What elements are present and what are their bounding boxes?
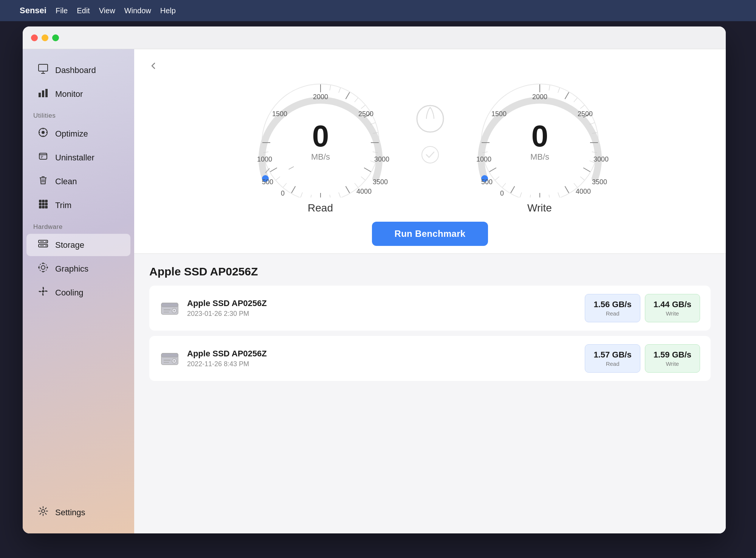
svg-point-155 bbox=[174, 360, 175, 362]
svg-rect-23 bbox=[39, 203, 42, 205]
fan-icon bbox=[37, 286, 49, 299]
optimize-icon bbox=[37, 127, 49, 140]
svg-point-39 bbox=[38, 267, 40, 268]
gauge-connector-icon bbox=[415, 104, 445, 134]
history-item: Apple SSD AP0256Z 2022-11-26 8:43 PM 1.5… bbox=[149, 336, 711, 381]
svg-text:3500: 3500 bbox=[372, 178, 387, 186]
back-button[interactable] bbox=[149, 61, 158, 73]
maximize-button[interactable] bbox=[52, 34, 59, 41]
sidebar-storage-label: Storage bbox=[55, 240, 84, 250]
sidebar-item-uninstaller[interactable]: Uninstaller bbox=[26, 146, 130, 169]
sidebar-bottom: Settings bbox=[23, 500, 134, 524]
drive-icon-2 bbox=[160, 349, 180, 368]
svg-text:1500: 1500 bbox=[491, 110, 506, 118]
svg-text:4000: 4000 bbox=[356, 188, 371, 195]
drive-info: Apple SSD AP0256Z 2023-01-26 2:30 PM bbox=[187, 298, 577, 318]
svg-text:1000: 1000 bbox=[476, 155, 491, 163]
svg-point-95 bbox=[422, 146, 438, 163]
close-button[interactable] bbox=[31, 34, 38, 41]
sidebar-graphics-label: Graphics bbox=[55, 264, 88, 274]
run-benchmark-button[interactable]: Run Benchmark bbox=[372, 222, 488, 246]
svg-text:2000: 2000 bbox=[532, 93, 547, 101]
sidebar-uninstaller-label: Uninstaller bbox=[55, 153, 94, 163]
svg-text:1000: 1000 bbox=[257, 155, 272, 163]
minimize-button[interactable] bbox=[42, 34, 48, 41]
svg-text:3500: 3500 bbox=[592, 178, 607, 186]
sidebar-trim-label: Trim bbox=[55, 201, 71, 210]
svg-rect-22 bbox=[45, 200, 48, 202]
gauges-container: 2000 2500 3000 3500 4000 1500 1000 500 0… bbox=[241, 76, 619, 214]
sidebar-settings-label: Settings bbox=[55, 508, 85, 518]
sidebar-item-dashboard[interactable]: Dashboard bbox=[26, 59, 130, 81]
hardware-section-header: Hardware bbox=[23, 217, 134, 233]
bar-chart-icon bbox=[37, 87, 49, 101]
read-speed-badge-2: 1.57 GB/s Read bbox=[585, 344, 640, 373]
storage-icon bbox=[37, 238, 49, 252]
traffic-lights bbox=[31, 34, 59, 41]
sidebar-monitor-label: Monitor bbox=[55, 89, 83, 99]
sidebar-item-optimize[interactable]: Optimize bbox=[26, 123, 130, 145]
history-item: Apple SSD AP0256Z 2023-01-26 2:30 PM 1.5… bbox=[149, 286, 711, 331]
read-gauge: 2000 2500 3000 3500 4000 1500 1000 500 0… bbox=[249, 76, 392, 214]
read-speed-label-2: Read bbox=[593, 361, 631, 367]
read-speed-label: Read bbox=[593, 310, 631, 317]
menu-file[interactable]: File bbox=[56, 6, 68, 15]
sidebar-item-graphics[interactable]: Graphics bbox=[26, 258, 130, 280]
menu-edit[interactable]: Edit bbox=[77, 6, 90, 15]
svg-text:2500: 2500 bbox=[358, 110, 373, 118]
app-window: Dashboard Monitor Utilities bbox=[23, 26, 726, 533]
menu-help[interactable]: Help bbox=[160, 6, 176, 15]
write-gauge-svg: 2000 2500 3000 3500 4000 1500 1000 500 0… bbox=[468, 76, 612, 197]
drive-info-2: Apple SSD AP0256Z 2022-11-26 8:43 PM bbox=[187, 349, 577, 368]
svg-rect-21 bbox=[42, 200, 45, 202]
drive-date-2: 2022-11-26 8:43 PM bbox=[187, 360, 577, 368]
svg-text:4000: 4000 bbox=[575, 188, 590, 195]
svg-rect-27 bbox=[42, 206, 45, 208]
svg-text:500: 500 bbox=[262, 178, 273, 186]
svg-text:2500: 2500 bbox=[577, 110, 592, 118]
sidebar-item-cooling[interactable]: Cooling bbox=[26, 281, 130, 304]
sidebar-item-settings[interactable]: Settings bbox=[26, 501, 130, 524]
title-bar bbox=[23, 26, 726, 49]
svg-text:2000: 2000 bbox=[313, 93, 328, 101]
write-speed-label: Write bbox=[654, 310, 691, 317]
sidebar-clean-label: Clean bbox=[55, 177, 77, 187]
svg-point-38 bbox=[42, 271, 44, 272]
svg-rect-0 bbox=[39, 64, 48, 71]
read-gauge-svg: 2000 2500 3000 3500 4000 1500 1000 500 0… bbox=[249, 76, 392, 197]
menu-bar: Sensei File Edit View Window Help bbox=[0, 0, 756, 21]
sidebar-cooling-label: Cooling bbox=[55, 288, 84, 298]
history-section: Apple SSD AP0256Z Apple SSD AP0256Z 2023… bbox=[134, 254, 726, 533]
svg-text:500: 500 bbox=[481, 178, 492, 186]
read-speed-value: 1.56 GB/s bbox=[593, 300, 631, 309]
write-speed-badge: 1.44 GB/s Write bbox=[645, 294, 700, 322]
drive-icon bbox=[160, 298, 180, 318]
read-speed-badge: 1.56 GB/s Read bbox=[585, 294, 640, 322]
menu-window[interactable]: Window bbox=[124, 6, 151, 15]
svg-point-35 bbox=[41, 266, 45, 269]
menu-view[interactable]: View bbox=[99, 6, 115, 15]
sidebar-item-monitor[interactable]: Monitor bbox=[26, 83, 130, 105]
svg-rect-4 bbox=[42, 90, 44, 97]
svg-point-31 bbox=[46, 241, 47, 242]
svg-text:MB/s: MB/s bbox=[530, 152, 549, 162]
sidebar-item-storage[interactable]: Storage bbox=[26, 234, 130, 256]
svg-text:0: 0 bbox=[531, 119, 548, 153]
sidebar: Dashboard Monitor Utilities bbox=[23, 49, 134, 533]
svg-point-42 bbox=[42, 510, 45, 513]
drive-date: 2023-01-26 2:30 PM bbox=[187, 310, 577, 318]
svg-rect-147 bbox=[161, 303, 178, 307]
sidebar-item-trim[interactable]: Trim bbox=[26, 194, 130, 216]
svg-text:3000: 3000 bbox=[593, 155, 608, 163]
svg-rect-24 bbox=[42, 203, 45, 205]
svg-text:0: 0 bbox=[280, 190, 284, 197]
write-gauge-label: Write bbox=[527, 202, 552, 214]
svg-text:1500: 1500 bbox=[272, 110, 287, 118]
svg-text:0: 0 bbox=[312, 119, 329, 153]
svg-rect-3 bbox=[39, 93, 41, 97]
sidebar-item-clean[interactable]: Clean bbox=[26, 170, 130, 193]
svg-point-149 bbox=[174, 310, 175, 311]
svg-point-40 bbox=[46, 267, 48, 268]
graphics-icon bbox=[37, 262, 49, 275]
uninstaller-icon bbox=[37, 151, 49, 164]
